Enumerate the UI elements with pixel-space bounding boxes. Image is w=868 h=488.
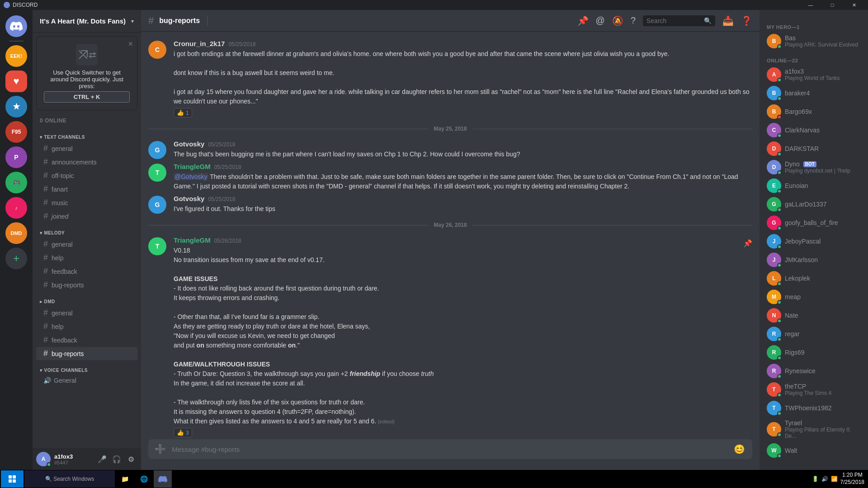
minimize-button[interactable]: —: [800, 0, 821, 10]
dmd-section-header[interactable]: ▸ DMD: [33, 292, 141, 306]
pin-icon[interactable]: 📌: [577, 15, 589, 26]
member-dyno[interactable]: D Dyno BOT Playing dynobot.net | ?help: [763, 158, 864, 176]
member-status: [777, 152, 782, 156]
chat-input-wrapper: ➕ 😊: [148, 439, 752, 459]
mute-button[interactable]: 🎤: [96, 453, 108, 465]
message-author[interactable]: TriangleGM: [174, 236, 211, 244]
settings-button[interactable]: ⚙: [125, 453, 137, 465]
member-jmkarlsson[interactable]: J JMKarlsson: [763, 251, 864, 269]
melody-section-header[interactable]: ▾ MELODY: [33, 223, 141, 237]
channel-music[interactable]: # music: [36, 196, 137, 209]
dmd-help[interactable]: # help: [36, 320, 137, 333]
reaction-thumbsup-3[interactable]: 👍 3: [174, 428, 192, 437]
channel-fanart[interactable]: # fanart: [36, 183, 137, 196]
member-ryneswice[interactable]: R Ryneswice: [763, 362, 864, 380]
dmd-feedback[interactable]: # feedback: [36, 333, 137, 347]
member-name: gaLLarDo1337: [785, 201, 861, 208]
search-input[interactable]: [646, 17, 700, 24]
member-darkstar[interactable]: D DARKSTAR: [763, 140, 864, 158]
server-icon-green[interactable]: 🎮: [5, 172, 27, 193]
channel-announcements[interactable]: # announcements: [36, 155, 137, 169]
mention-icon[interactable]: @: [596, 15, 605, 26]
avatar[interactable]: G: [148, 196, 166, 214]
avatar[interactable]: T: [148, 164, 166, 182]
member-jeboypascal[interactable]: J JeboyPascal: [763, 232, 864, 250]
member-bas[interactable]: B Bas Playing ARK: Survival Evolved: [763, 32, 864, 50]
member-baraker4[interactable]: B baraker4: [763, 84, 864, 102]
reaction-area: 👍 3: [174, 426, 752, 437]
reaction-thumbsup[interactable]: 👍 1: [174, 108, 192, 117]
add-server-button[interactable]: +: [5, 248, 27, 269]
emoji-button[interactable]: 😊: [730, 444, 749, 455]
channel-off-topic[interactable]: # off-topic: [36, 169, 137, 182]
melody-general[interactable]: # general: [36, 238, 137, 251]
mention[interactable]: @Gotvosky: [174, 173, 208, 180]
server-icon-eek[interactable]: EEK!: [5, 45, 27, 67]
dmd-general[interactable]: # general: [36, 306, 137, 319]
member-bargo69x[interactable]: B Bargo69x: [763, 103, 864, 121]
user-info: a1fox3 #5447: [54, 453, 92, 465]
message-author[interactable]: TriangleGM: [174, 163, 211, 170]
voice-general[interactable]: 🔊 General: [36, 375, 137, 386]
taskbar-explorer[interactable]: 📁: [116, 470, 134, 488]
chat-messages: C Cronur_in_2k17 05/25/2018 i got both e…: [141, 32, 760, 439]
close-button[interactable]: ✕: [844, 0, 864, 10]
text-channels-header[interactable]: ▾ TEXT CHANNELS: [33, 127, 141, 141]
maximize-button[interactable]: □: [822, 0, 843, 10]
member-gallardo[interactable]: G gaLLarDo1337: [763, 195, 864, 213]
discord-home-button[interactable]: [5, 15, 27, 37]
taskbar-chrome[interactable]: 🌐: [135, 470, 153, 488]
start-button[interactable]: [1, 470, 24, 488]
member-nate[interactable]: N Nate: [763, 306, 864, 324]
avatar[interactable]: G: [148, 141, 166, 159]
server-icon-fs95[interactable]: F95: [5, 121, 27, 143]
melody-bug-reports[interactable]: # bug-reports: [36, 278, 137, 291]
message-input[interactable]: [172, 440, 726, 459]
quick-switcher-shortcut[interactable]: CTRL + K: [44, 91, 130, 103]
inbox-icon[interactable]: 📥: [722, 15, 734, 26]
message-author[interactable]: Gotvosky: [174, 140, 204, 148]
server-icon-dmd[interactable]: DMD: [5, 222, 27, 244]
voice-channels-header[interactable]: ▾ VOICE CHANNELS: [33, 361, 141, 375]
member-tyrael[interactable]: T Tyrael Playing Pillars of Eternity II:…: [763, 418, 864, 441]
member-meap[interactable]: M meap: [763, 288, 864, 306]
dmd-bug-reports[interactable]: # bug-reports: [36, 347, 137, 360]
member-twphoenix[interactable]: T TWPhoenix1982: [763, 399, 864, 417]
server-icon-purple[interactable]: P: [5, 146, 27, 168]
taskbar-search[interactable]: 🔍 Search Windows: [24, 470, 115, 488]
help2-icon[interactable]: ❓: [741, 15, 752, 26]
server-icon-melody[interactable]: ♪: [5, 197, 27, 219]
deafen-button[interactable]: 🎧: [110, 453, 123, 465]
taskbar-discord[interactable]: [154, 470, 172, 488]
mute-channel-icon[interactable]: 🔕: [612, 15, 623, 26]
melody-feedback[interactable]: # feedback: [36, 265, 137, 278]
member-avatar: L: [767, 271, 781, 286]
member-eunoian[interactable]: E Eunoian: [763, 177, 864, 195]
member-regar[interactable]: R regar: [763, 325, 864, 343]
server-header[interactable]: It's A Heart (Mr. Dots Fans) ▾: [33, 10, 141, 33]
message-pin-icon[interactable]: 📌: [743, 239, 752, 248]
member-lekoplek[interactable]: L Lekoplek: [763, 269, 864, 287]
member-status: [777, 96, 782, 101]
message-author[interactable]: Gotvosky: [174, 195, 204, 202]
member-clarknarvas[interactable]: C ClarkNarvas: [763, 121, 864, 139]
add-attachment-button[interactable]: ➕: [152, 439, 168, 459]
channel-joined[interactable]: # joined: [36, 210, 137, 223]
channel-general[interactable]: # general: [36, 142, 137, 155]
avatar[interactable]: C: [148, 41, 166, 59]
search-bar[interactable]: 🔍: [643, 15, 715, 26]
member-goofy[interactable]: G goofy_balls_of_fire: [763, 214, 864, 232]
member-avatar: B: [767, 104, 781, 119]
member-walt[interactable]: W Walt: [763, 441, 864, 460]
melody-help[interactable]: # help: [36, 251, 137, 264]
avatar[interactable]: T: [148, 237, 166, 255]
taskbar-volume[interactable]: 🔊: [821, 476, 828, 482]
quick-switcher-close[interactable]: ✕: [128, 40, 133, 47]
member-a1fox3[interactable]: A a1fox3 Playing World of Tanks: [763, 66, 864, 84]
member-thetcp[interactable]: T theTCP Playing The Sims 4: [763, 380, 864, 399]
server-icon-heart[interactable]: ♥: [5, 70, 27, 92]
message-author[interactable]: Cronur_in_2k17: [174, 40, 225, 47]
help-icon[interactable]: ?: [631, 15, 636, 26]
server-icon-blue[interactable]: ★: [5, 96, 27, 117]
member-rigs69[interactable]: R Rigs69: [763, 343, 864, 361]
